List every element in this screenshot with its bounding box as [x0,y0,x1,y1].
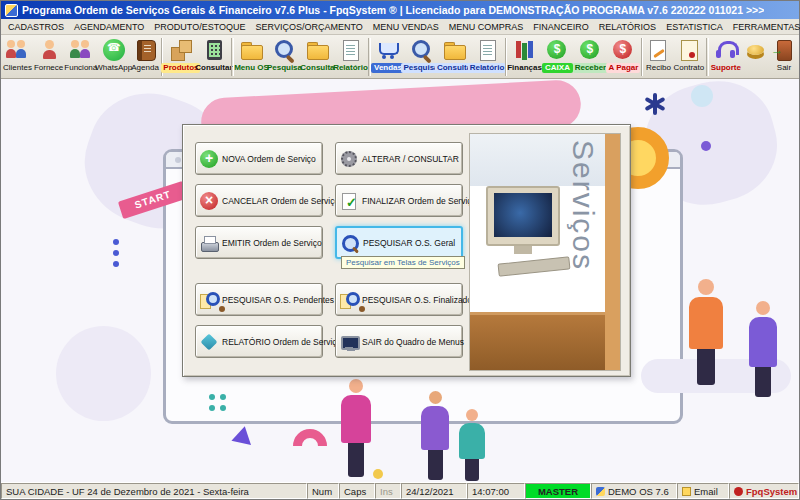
status-num: Num [307,483,339,499]
button-label: PESQUISAR O.S. Finalizados [362,295,476,305]
toolbar-recibo[interactable]: Recibo [644,36,672,78]
toolbar-receber[interactable]: Receber [574,36,607,78]
toolbar-label: Contrato [673,63,704,73]
toolbar-menu-os[interactable]: Menu OS [235,36,268,78]
toolbar-consultar[interactable]: Consultar [197,36,230,78]
finance-books-icon [512,38,538,62]
pay-dollar-icon [610,38,636,62]
toolbar-financas[interactable]: Finanças [508,36,541,78]
menu-agendamento[interactable]: AGENDAMENTO [69,19,149,35]
toolbar-a-pagar[interactable]: A Pagar [607,36,640,78]
status-brand: FpqSystem [729,483,799,499]
menu-label: CADASTROS [8,19,64,35]
nova-os-button[interactable]: NOVA Ordem de Serviço [195,142,323,175]
panel-stripe [605,134,620,370]
button-label: PESQUISAR O.S. Geral [363,238,455,248]
gears-icon [340,150,358,168]
app-icon [5,4,18,17]
monitor-stand-illustration [514,246,532,254]
cancelar-os-button[interactable]: CANCELAR Ordem de Serviço [195,184,323,217]
status-text: 24/12/2021 [406,486,454,497]
menu-relatorios[interactable]: RELATÓRIOS [594,19,661,35]
toolbar-clientes[interactable]: Clientes [2,36,33,78]
flower-shape [653,93,657,115]
toolbar-os-relatorio[interactable]: Relatório [334,36,367,78]
pesquisar-os-finalizados-button[interactable]: PESQUISAR O.S. Finalizados [335,283,463,316]
button-label: NOVA Ordem de Serviço [222,154,316,164]
sair-menu-button[interactable]: SAIR do Quadro de Menus [335,325,463,358]
status-text: DEMO OS 7.6 [608,486,669,497]
toolbar-label: Recibo [646,63,671,73]
exit-icon [340,333,358,351]
status-date: 24/12/2021 [401,483,467,499]
magnifier-doc-icon [340,291,358,309]
toolbar-label: Agenda [131,63,159,73]
status-text: Email [694,486,718,497]
relatorio-os-button[interactable]: RELATÓRIO Ordem de Serviços [195,325,323,358]
toolbar-vendas-relatorio[interactable]: Relatório [471,36,504,78]
monitor-illustration [486,186,560,246]
menu-label: FINANCEIRO [533,19,589,35]
printer-icon [200,234,218,252]
menu-estatistica[interactable]: ESTATISTICA [661,19,728,35]
magnifier-icon [341,234,359,252]
toolbar-vendas-pesquisa[interactable]: Pesquisa [405,36,438,78]
magnifier-doc-icon [200,291,218,309]
dot-shape [701,141,711,151]
supplier-icon [36,38,62,62]
menu-label: MENU COMPRAS [449,19,524,35]
contract-icon [676,38,702,62]
menu-servicos-orcamento[interactable]: SERVIÇOS/ORÇAMENTO [251,19,368,35]
toolbar-os-pesquisa[interactable]: Pesquisa [268,36,301,78]
toolbar-label: Funciona [64,63,97,73]
toolbar-agenda[interactable]: Agenda [130,36,160,78]
toolbar-label: Pesquisa [267,63,302,73]
emitir-os-button[interactable]: EMITIR Ordem de Serviço [195,226,323,259]
toolbar-whatsapp[interactable]: WhatsApp [97,36,130,78]
os-menu-dialog: NOVA Ordem de Serviço ALTERAR / CONSULTA… [182,124,631,377]
person-illustration [421,391,449,480]
pesquisar-os-geral-button[interactable]: PESQUISAR O.S. Geral [335,226,463,259]
search-icon [408,38,434,62]
toolbar-moedas[interactable] [742,36,770,78]
menu-cadastros[interactable]: CADASTROS [3,19,69,35]
toolbar-produtos[interactable]: Produtos [164,36,197,78]
coins-icon [743,38,769,62]
app-window: Programa Ordem de Serviços Gerais & Fina… [0,0,800,500]
person-illustration [749,301,777,397]
toolbar-label: Clientes [3,63,32,73]
pesquisar-os-pendentes-button[interactable]: PESQUISAR O.S. Pendentes [195,283,323,316]
menu-financeiro[interactable]: FINANCEIRO [528,19,594,35]
menu-compras[interactable]: MENU COMPRAS [444,19,529,35]
menu-vendas[interactable]: MENU VENDAS [368,19,444,35]
toolbar-os-consulta[interactable]: Consulta [301,36,334,78]
button-label: CANCELAR Ordem de Serviço [222,196,339,206]
status-ins: Ins [375,483,401,499]
status-text: Num [312,486,332,497]
halfring-shape [293,429,327,463]
toolbar-funcionarios[interactable]: Funciona [64,36,97,78]
toolbar-label: Consultar [195,63,232,73]
toolbar-caixa[interactable]: CAIXA [541,36,574,78]
person-illustration [689,279,723,385]
toolbar-contrato[interactable]: Contrato [672,36,705,78]
menu-label: PRODUTO/ESTOQUE [154,19,245,35]
toolbar-fornecedores[interactable]: Fornece [33,36,64,78]
toolbar-sair[interactable]: Sair [770,36,798,78]
status-email[interactable]: Email [677,483,729,499]
toolbar-separator [706,38,709,76]
toolbar-vendas[interactable]: Vendas [372,36,405,78]
menu-produto-estoque[interactable]: PRODUTO/ESTOQUE [149,19,250,35]
alterar-consultar-button[interactable]: ALTERAR / CONSULTAR [335,142,463,175]
status-text: Caps [344,486,366,497]
toolbar-label: CAIXA [542,63,573,73]
menu-ferramentas[interactable]: FERRAMENTAS [728,19,800,35]
status-text: 14:07:00 [472,486,509,497]
toolbar-suporte[interactable]: Suporte [710,36,742,78]
finalizar-os-button[interactable]: FINALIZAR Ordem de Serviço [335,184,463,217]
consult-calc-icon [201,38,227,62]
status-demo: DEMO OS 7.6 [591,483,677,499]
toolbar-separator [641,38,644,76]
button-label: ALTERAR / CONSULTAR [362,154,459,164]
toolbar-vendas-consulta[interactable]: Consulta [438,36,471,78]
